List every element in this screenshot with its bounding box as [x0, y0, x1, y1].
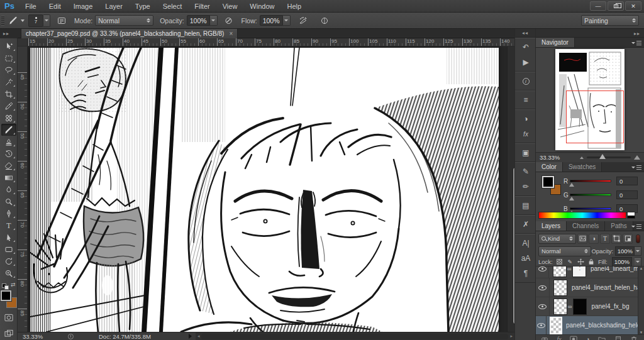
history-panel-icon[interactable]: ↶	[515, 40, 536, 55]
brush-panel-panel-icon[interactable]: ✎	[515, 164, 536, 179]
scroll-left-arrow[interactable]: ◂	[196, 334, 202, 339]
pressure-size-icon[interactable]	[318, 15, 331, 26]
brush-picker-dropdown[interactable]	[43, 14, 50, 27]
move-tool[interactable]	[1, 40, 16, 52]
delete-layer-icon[interactable]	[630, 336, 638, 340]
menu-select[interactable]: Select	[157, 0, 189, 13]
layer-mask-thumbnail[interactable]	[573, 299, 587, 315]
smudge-tool[interactable]	[1, 184, 16, 195]
eye-icon[interactable]	[538, 266, 547, 271]
navigator-zoom-slider[interactable]	[587, 156, 631, 158]
tab-close-icon[interactable]: ×	[229, 30, 233, 37]
character-styles-panel-icon[interactable]: aA	[515, 251, 536, 266]
navigator-panel-menu-icon[interactable]	[631, 40, 641, 46]
history-brush-tool[interactable]	[1, 148, 16, 160]
mask-link-icon[interactable]: ∞	[567, 266, 571, 272]
layer-thumbnail[interactable]	[553, 280, 567, 296]
menu-edit[interactable]: Edit	[43, 0, 67, 13]
eye-icon[interactable]	[538, 304, 547, 309]
zoom-out-icon[interactable]	[580, 156, 584, 159]
menu-type[interactable]: Type	[129, 0, 157, 13]
opacity-value[interactable]: 100%	[187, 15, 210, 26]
toolbar-collapse-button[interactable]: ▸▸	[0, 29, 18, 38]
rotate-view-tool[interactable]	[1, 255, 16, 267]
eyedropper-tool[interactable]	[1, 100, 16, 112]
filter-type-layers-icon[interactable]: T	[600, 234, 610, 244]
airbrush-icon[interactable]	[297, 15, 309, 26]
path-selection-tool[interactable]	[1, 231, 16, 243]
navigator-thumbnail[interactable]	[555, 49, 625, 150]
properties-panel-icon[interactable]: ≡	[515, 92, 536, 107]
brush-tool-preset-icon[interactable]	[7, 15, 19, 26]
tab-layers[interactable]: Layers	[536, 221, 567, 231]
lock-pixels-icon[interactable]: ✎	[566, 258, 574, 266]
add-mask-icon[interactable]	[570, 336, 577, 340]
clone-stamp-tool[interactable]	[1, 136, 16, 148]
zoom-in-icon[interactable]	[634, 155, 640, 160]
channel-slider[interactable]	[570, 194, 611, 196]
menu-file[interactable]: File	[19, 0, 43, 13]
adjustment-layer-icon[interactable]: ◑	[586, 336, 590, 340]
magic-wand-tool[interactable]	[1, 76, 16, 88]
layer-name[interactable]: panel4_lineart_helen_hair	[572, 284, 644, 291]
lasso-tool[interactable]	[1, 64, 16, 76]
eye-icon[interactable]	[538, 285, 547, 290]
channel-value[interactable]: 0	[616, 177, 638, 185]
tab-color[interactable]: Color	[536, 162, 563, 172]
filter-shape-layers-icon[interactable]	[611, 234, 621, 244]
foreground-color-swatch[interactable]	[1, 290, 11, 301]
visibility-cell[interactable]	[536, 278, 550, 297]
vertical-scrollbar[interactable]	[507, 47, 514, 332]
restore-button[interactable]	[608, 1, 624, 11]
layers-opacity-value[interactable]: 100%	[615, 246, 635, 256]
crop-tool[interactable]	[1, 88, 16, 100]
filter-adjustment-layers-icon[interactable]: ◑	[589, 234, 599, 244]
color-spectrum-ramp[interactable]	[538, 212, 626, 219]
zoom-slider-thumb[interactable]	[599, 154, 606, 159]
styles-panel-icon[interactable]: fx	[515, 126, 536, 141]
status-menu-arrow[interactable]	[189, 334, 192, 339]
document-tab[interactable]: chapter37_page09.psd @ 33.3% (panel4_bla…	[21, 29, 238, 38]
layer-filter-toggle[interactable]	[636, 234, 640, 243]
screen-mode-button[interactable]	[1, 327, 16, 339]
visibility-cell[interactable]	[536, 266, 549, 278]
layer-row-4[interactable]: panel4_blackshading_helen	[536, 316, 644, 334]
canvas-area[interactable]	[28, 47, 507, 332]
layer-comps-panel-icon[interactable]: ▤	[515, 198, 536, 213]
brush-tool[interactable]	[1, 124, 16, 136]
menu-help[interactable]: Help	[280, 0, 308, 13]
menu-image[interactable]: Image	[67, 0, 99, 13]
layer-row-3[interactable]: ∞panel4_fx_bg	[536, 297, 644, 316]
layers-opacity-dropdown[interactable]	[635, 246, 641, 256]
layer-style-icon[interactable]: fx	[557, 336, 561, 340]
tool-presets-panel-icon[interactable]: ✗	[515, 217, 536, 232]
toggle-brush-panel-icon[interactable]	[55, 15, 68, 26]
type-tool[interactable]: T	[1, 219, 16, 231]
layer-mask-thumbnail[interactable]	[572, 266, 586, 277]
layers-panel-menu-icon[interactable]	[631, 223, 641, 229]
tab-channels[interactable]: Channels	[567, 221, 605, 231]
navigator-view-rectangle[interactable]	[566, 90, 624, 143]
panel-collapse-button[interactable]: ▸▸	[634, 31, 640, 36]
dock-expand-button[interactable]: ◂◂	[515, 29, 535, 38]
clone-source-panel-icon[interactable]: ▣	[515, 145, 536, 160]
dodge-tool[interactable]	[1, 195, 16, 207]
status-zoom-value[interactable]: 33.33%	[23, 333, 57, 340]
brush-size-preview[interactable]: 7	[28, 14, 43, 27]
color-panel-fg-swatch[interactable]	[542, 176, 554, 188]
layer-name[interactable]: panel4_lineart_m...	[591, 266, 644, 272]
layer-thumbnail[interactable]	[553, 299, 567, 315]
horizontal-scrollbar-track[interactable]	[201, 334, 508, 339]
color-panel-menu-icon[interactable]	[631, 164, 641, 170]
layer-name[interactable]: panel4_blackshading_helen	[566, 322, 644, 329]
opacity-dropdown[interactable]	[210, 15, 218, 26]
new-layer-icon[interactable]	[614, 336, 622, 340]
paragraph-panel-icon[interactable]: ¶	[515, 266, 536, 281]
new-group-icon[interactable]	[598, 336, 606, 340]
character-panel-icon[interactable]: A|	[515, 236, 536, 251]
zoom-tool[interactable]	[1, 267, 16, 279]
spectrum-bw-swatches[interactable]	[627, 212, 635, 219]
swap-colors-icon[interactable]: ⇄	[11, 282, 16, 288]
channel-value[interactable]: 0	[616, 190, 638, 199]
shape-tool[interactable]	[1, 243, 16, 255]
